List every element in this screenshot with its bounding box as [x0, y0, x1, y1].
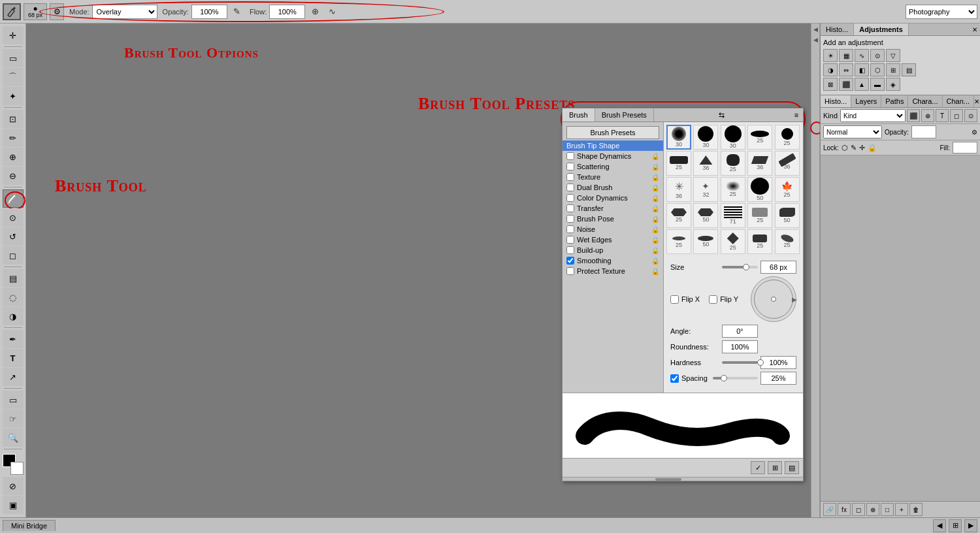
smoothing-check[interactable]: [566, 257, 574, 265]
opacity-input[interactable]: 100%: [191, 5, 227, 19]
build-up-check[interactable]: [566, 246, 574, 254]
bottom-next-icon[interactable]: ▶: [964, 519, 977, 532]
healing-brush-tool[interactable]: ⊕: [3, 148, 24, 166]
brightness-contrast-icon[interactable]: ☀: [823, 49, 838, 62]
brush-cell-1[interactable]: 30: [666, 125, 691, 150]
brush-option-color-dynamics[interactable]: Color Dynamics 🔒: [563, 193, 663, 203]
flip-x-check[interactable]: [670, 295, 679, 304]
collapse-arrow-icon[interactable]: ◀: [813, 26, 818, 33]
layers-panel-close[interactable]: ✕: [974, 98, 979, 105]
layer-filter-type[interactable]: T: [936, 109, 949, 122]
mode-select[interactable]: Overlay Normal Multiply: [92, 5, 157, 19]
texture-check[interactable]: [566, 173, 574, 181]
brush-presets-tab[interactable]: Brush Presets: [595, 108, 654, 121]
brush-cell-10[interactable]: 36: [775, 151, 800, 176]
brush-option-noise[interactable]: Noise 🔒: [563, 224, 663, 234]
airbrush-toggle[interactable]: ✎: [230, 5, 244, 19]
adjustments-tab[interactable]: Adjustments: [854, 24, 909, 35]
path-selection-tool[interactable]: ↗: [3, 368, 24, 386]
brush-cell-20[interactable]: 50: [775, 203, 800, 228]
lasso-tool[interactable]: ⌒: [3, 68, 24, 86]
dodge-tool[interactable]: ◑: [3, 307, 24, 325]
lock-transparent-icon[interactable]: ⬡: [841, 144, 848, 152]
brush-tool[interactable]: [3, 189, 24, 208]
brush-cell-15[interactable]: 🍁 25: [775, 177, 800, 202]
angle-widget[interactable]: ▶: [751, 276, 796, 322]
brush-option-transfer[interactable]: Transfer 🔒: [563, 203, 663, 214]
layer-filter-smart[interactable]: ⊙: [964, 109, 977, 122]
brush-bottom-icon3[interactable]: ▤: [785, 461, 799, 474]
panel-collapse-bar[interactable]: ◀ ◀: [811, 24, 820, 517]
mini-bridge-tab[interactable]: Mini Bridge: [3, 520, 56, 531]
tablet-pressure-icon[interactable]: ⊕: [308, 5, 322, 19]
size-slider[interactable]: [722, 266, 758, 268]
hardness-input[interactable]: 100%: [760, 356, 796, 369]
brush-cell-14[interactable]: 50: [747, 177, 772, 202]
collapse-arrow2-icon[interactable]: ◀: [813, 37, 818, 43]
eyedropper-tool[interactable]: ✏: [3, 129, 24, 147]
shape-tool[interactable]: ▭: [3, 391, 24, 409]
brush-option-brush-pose[interactable]: Brush Pose 🔒: [563, 214, 663, 224]
pen-tool[interactable]: ✒: [3, 330, 24, 348]
layer-adj-icon[interactable]: ⊕: [866, 503, 879, 516]
brush-cell-3[interactable]: 30: [721, 125, 745, 150]
brush-option-texture[interactable]: Texture 🔒: [563, 172, 663, 182]
flip-y-check[interactable]: [709, 295, 717, 304]
brush-cell-21[interactable]: 25: [666, 229, 691, 254]
transfer-check[interactable]: [566, 204, 574, 212]
brush-option-smoothing[interactable]: Smoothing 🔒: [563, 255, 663, 266]
brush-cell-22[interactable]: 50: [693, 229, 718, 254]
layer-filter-adj[interactable]: ⊕: [921, 109, 934, 122]
color-balance-icon[interactable]: ⇔: [839, 63, 853, 76]
brush-cell-12[interactable]: ✦ 32: [693, 177, 718, 202]
hardness-slider[interactable]: [722, 361, 758, 364]
channel-mixer-icon[interactable]: ⊞: [886, 63, 900, 76]
brush-cell-23[interactable]: 25: [721, 229, 745, 254]
histogram-tab[interactable]: Histo...: [821, 24, 854, 35]
color-dynamics-check[interactable]: [566, 194, 574, 202]
size-input[interactable]: 68 px: [760, 261, 796, 274]
panel-close-btn[interactable]: ✕: [972, 26, 977, 33]
brush-cell-17[interactable]: 50: [693, 203, 718, 228]
photo-filter-icon[interactable]: ⬡: [870, 63, 885, 76]
layers-histo-tab[interactable]: Histo...: [821, 95, 851, 107]
type-tool[interactable]: T: [3, 349, 24, 367]
layers-chara-tab[interactable]: Chara...: [908, 95, 942, 107]
brush-size-display[interactable]: ● 68 px: [24, 3, 47, 20]
scattering-check[interactable]: [566, 163, 574, 170]
spacing-slider[interactable]: [713, 377, 758, 380]
quick-mask-mode[interactable]: ⊘: [3, 477, 24, 495]
brush-presets-button[interactable]: Brush Presets: [566, 126, 659, 139]
history-brush-tool[interactable]: ↺: [3, 227, 24, 246]
layers-opacity-input[interactable]: [911, 125, 936, 138]
brush-option-dual-brush[interactable]: Dual Brush 🔒: [563, 182, 663, 193]
brush-panel-scrollthumb[interactable]: [655, 478, 681, 481]
blur-tool[interactable]: ◌: [3, 288, 24, 306]
brush-option-wet-edges[interactable]: Wet Edges 🔒: [563, 234, 663, 245]
stamp-tool[interactable]: ⊙: [3, 208, 24, 227]
bw-icon[interactable]: ◧: [855, 63, 869, 76]
layer-delete-icon[interactable]: 🗑: [909, 503, 923, 516]
brush-options-btn[interactable]: ⚙: [50, 3, 64, 20]
brush-cell-6[interactable]: 25: [666, 151, 691, 176]
brush-cell-2[interactable]: 30: [693, 125, 718, 150]
noise-check[interactable]: [566, 225, 574, 233]
curves-icon[interactable]: ∿: [855, 49, 869, 62]
flip-x-checkbox[interactable]: Flip X: [670, 295, 700, 304]
brush-cell-13[interactable]: 25: [721, 177, 745, 202]
layer-link-icon[interactable]: 🔗: [823, 503, 836, 516]
brush-option-scattering[interactable]: Scattering 🔒: [563, 161, 663, 172]
brush-cell-24[interactable]: 25: [747, 229, 772, 254]
hsl-icon[interactable]: ◑: [823, 63, 838, 76]
zoom-tool[interactable]: 🔍: [3, 428, 24, 447]
brush-icon-btn[interactable]: [3, 3, 21, 20]
layer-mask-icon[interactable]: ◻: [852, 503, 865, 516]
bottom-prev-icon[interactable]: ◀: [933, 519, 946, 532]
brush-cell-16[interactable]: 25: [666, 203, 691, 228]
lock-all-icon[interactable]: 🔒: [868, 144, 877, 152]
kind-select[interactable]: Kind: [840, 109, 906, 122]
layers-chan-tab[interactable]: Chan...: [943, 95, 974, 107]
layer-filter-shape[interactable]: ◻: [950, 109, 963, 122]
bottom-grid-icon[interactable]: ⊞: [949, 519, 962, 532]
threshold-icon[interactable]: ▲: [855, 78, 869, 91]
